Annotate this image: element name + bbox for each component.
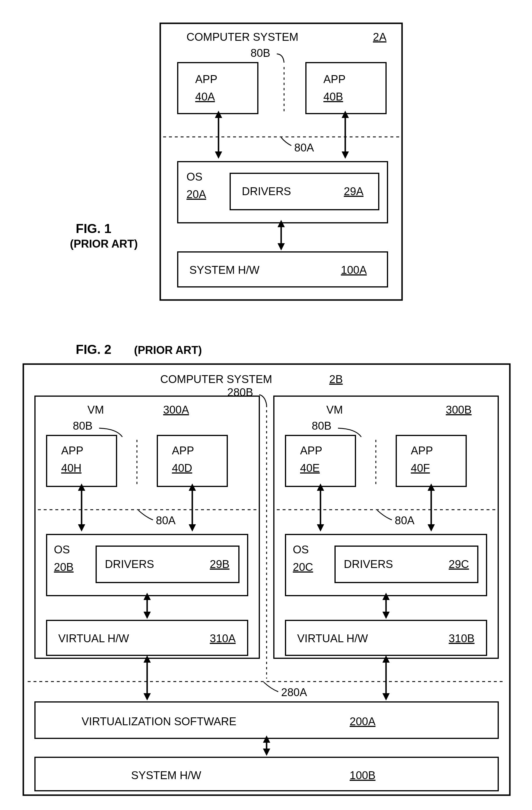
fig1-title-ref: 2A xyxy=(373,31,387,43)
vmA-app2-box xyxy=(157,435,227,486)
fig1-app1-box xyxy=(178,63,258,114)
fig1-os-ref: 20A xyxy=(187,188,206,200)
fig1-ref-80b: 80B xyxy=(251,47,270,59)
fig1-title: COMPUTER SYSTEM xyxy=(187,31,299,43)
fig2-hw-ref: 100B xyxy=(350,769,375,781)
fig1-subcaption: (PRIOR ART) xyxy=(70,238,138,250)
vmB-os-ref: 20C xyxy=(293,561,313,573)
fig1-os-label: OS xyxy=(187,171,203,183)
fig2-title-ref: 2B xyxy=(329,373,343,385)
fig1-drivers-label: DRIVERS xyxy=(242,185,291,197)
fig2-ref-280a: 280A xyxy=(281,686,307,698)
fig2: COMPUTER SYSTEM 2B 280B VM 300A 80B APP … xyxy=(23,364,510,795)
fig2-subcaption: (PRIOR ART) xyxy=(134,344,202,356)
vmA-hw-ref: 310A xyxy=(210,632,236,645)
vmB-app2-label: APP xyxy=(411,444,433,457)
vmA-app1-label: APP xyxy=(61,444,83,457)
vmA-drivers-ref: 29B xyxy=(210,558,230,570)
fig1-app2-box xyxy=(306,63,386,114)
vmA-app2-ref: 40D xyxy=(172,462,192,474)
fig1-app2-ref: 40B xyxy=(323,91,343,103)
fig1-hw-ref: 100A xyxy=(341,264,367,276)
vmB-ref: 300B xyxy=(446,404,472,416)
vmB-app2-box xyxy=(396,435,466,486)
vmB-os-label: OS xyxy=(293,544,309,556)
fig1-app1-ref: 40A xyxy=(195,91,215,103)
fig1: FIG. 1 (PRIOR ART) COMPUTER SYSTEM 2A 80… xyxy=(70,23,402,300)
fig2-vmB: VM 300B 80B APP 40E APP 40F 80A OS 20C D… xyxy=(274,396,498,658)
vmB-hw-label: VIRTUAL H/W xyxy=(297,632,368,645)
vmB-hw-ref: 310B xyxy=(449,632,474,645)
vmA-ref-80b: 80B xyxy=(73,420,93,432)
fig2-caption: FIG. 2 xyxy=(76,342,111,357)
vmB-ref-80b: 80B xyxy=(312,420,332,432)
vmA-app1-ref: 40H xyxy=(61,462,82,474)
vmB-title: VM xyxy=(326,404,343,416)
vmA-hw-label: VIRTUAL H/W xyxy=(58,632,129,645)
fig2-vmA: VM 300A 80B APP 40H APP 40D 80A OS 20B D… xyxy=(35,396,259,658)
fig1-app2-label: APP xyxy=(323,73,345,85)
vmA-title: VM xyxy=(87,404,104,416)
fig2-hw-label: SYSTEM H/W xyxy=(131,769,201,781)
fig1-ref-80a: 80A xyxy=(294,142,314,154)
vmB-app1-box xyxy=(286,435,355,486)
fig1-drivers-ref: 29A xyxy=(344,185,364,197)
fig2-title: COMPUTER SYSTEM xyxy=(160,373,272,385)
vmA-ref: 300A xyxy=(163,404,189,416)
vmB-ref-80a: 80A xyxy=(395,514,415,526)
vmA-os-label: OS xyxy=(54,544,70,556)
diagram-canvas: FIG. 1 (PRIOR ART) COMPUTER SYSTEM 2A 80… xyxy=(0,0,532,810)
vmB-app1-label: APP xyxy=(300,444,322,457)
vmB-drivers-label: DRIVERS xyxy=(344,558,393,570)
vmB-drivers-ref: 29C xyxy=(449,558,469,570)
vmA-os-ref: 20B xyxy=(54,561,74,573)
fig2-hw-box xyxy=(35,757,498,791)
fig2-virt-ref: 200A xyxy=(350,715,375,728)
fig2-virt-label: VIRTUALIZATION SOFTWARE xyxy=(82,715,236,728)
fig1-caption: FIG. 1 xyxy=(76,221,111,236)
fig1-hw-label: SYSTEM H/W xyxy=(189,264,260,276)
vmB-app2-ref: 40F xyxy=(411,462,430,474)
vmA-app2-label: APP xyxy=(172,444,194,457)
vmB-app1-ref: 40E xyxy=(300,462,320,474)
vmA-drivers-label: DRIVERS xyxy=(105,558,154,570)
vmA-ref-80a: 80A xyxy=(156,514,176,526)
fig1-app1-label: APP xyxy=(195,73,217,85)
vmA-app1-box xyxy=(47,435,116,486)
